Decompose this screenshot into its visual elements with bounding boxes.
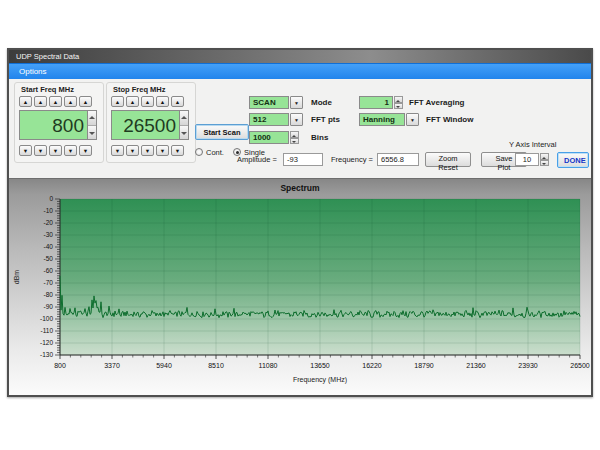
digit-up-button[interactable]: ▲ bbox=[19, 96, 32, 107]
digit-up-button[interactable]: ▲ bbox=[64, 96, 77, 107]
cont-radio[interactable] bbox=[195, 148, 203, 156]
svg-text:0: 0 bbox=[49, 195, 53, 202]
y-axis-interval-spinner bbox=[540, 153, 549, 166]
start-freq-value[interactable]: 800 bbox=[19, 110, 87, 140]
menu-options[interactable]: Options bbox=[19, 67, 47, 76]
fft-pts-label: FFT pts bbox=[311, 115, 340, 124]
zoom-reset-button[interactable]: Zoom Reset bbox=[425, 152, 471, 167]
frequency-label: Frequency = bbox=[331, 155, 373, 164]
spin-down-icon[interactable] bbox=[394, 103, 403, 110]
stop-freq-up-arrow-row: ▲▲▲▲▲ bbox=[111, 96, 184, 107]
fft-window-label: FFT Window bbox=[426, 115, 473, 124]
fft-pts-select-value[interactable]: 512 bbox=[249, 113, 289, 126]
digit-down-button[interactable]: ▼ bbox=[126, 145, 139, 156]
start-freq-down-arrow-row: ▼▼▼▼▼ bbox=[19, 145, 92, 156]
digit-up-button[interactable]: ▲ bbox=[171, 96, 184, 107]
digit-down-button[interactable]: ▼ bbox=[111, 145, 124, 156]
bins-spinner bbox=[290, 131, 299, 144]
svg-text:16220: 16220 bbox=[362, 362, 382, 369]
svg-text:-50: -50 bbox=[44, 255, 54, 262]
digit-down-button[interactable]: ▼ bbox=[156, 145, 169, 156]
svg-text:-90: -90 bbox=[44, 303, 54, 310]
svg-text:18790: 18790 bbox=[414, 362, 434, 369]
spin-down-icon[interactable] bbox=[290, 138, 299, 145]
svg-text:5940: 5940 bbox=[156, 362, 172, 369]
done-button[interactable]: DONE bbox=[557, 152, 589, 168]
stop-freq-group: Stop Freq MHz ▲▲▲▲▲ 26500 ▼▼▼▼▼ bbox=[106, 82, 196, 163]
fft-window-select-value[interactable]: Hanning bbox=[359, 113, 405, 126]
start-freq-label: Start Freq MHz bbox=[21, 85, 74, 94]
stop-freq-label: Stop Freq MHz bbox=[113, 85, 166, 94]
svg-text:11080: 11080 bbox=[259, 362, 278, 369]
spin-down-icon[interactable] bbox=[88, 126, 96, 140]
digit-down-button[interactable]: ▼ bbox=[171, 145, 184, 156]
y-axis-interval-value[interactable]: 10 bbox=[515, 153, 539, 166]
start-freq-up-arrow-row: ▲▲▲▲▲ bbox=[19, 96, 92, 107]
stop-freq-value[interactable]: 26500 bbox=[111, 110, 179, 140]
svg-text:26500: 26500 bbox=[570, 362, 590, 369]
digit-up-button[interactable]: ▲ bbox=[49, 96, 62, 107]
spin-down-icon[interactable] bbox=[540, 160, 549, 167]
amplitude-label: Amplitude = bbox=[237, 155, 277, 164]
svg-text:Frequency (MHz): Frequency (MHz) bbox=[293, 376, 347, 384]
fft-window-dropdown-icon[interactable]: ▼ bbox=[406, 113, 419, 126]
mode-select-value[interactable]: SCAN bbox=[249, 96, 289, 109]
spin-down-icon[interactable] bbox=[180, 126, 188, 140]
start-scan-button[interactable]: Start Scan bbox=[195, 124, 249, 140]
spectrum-plot[interactable]: 0-10-20-30-40-50-60-70-80-90-100-110-120… bbox=[10, 195, 590, 393]
svg-text:-60: -60 bbox=[44, 267, 54, 274]
svg-text:-100: -100 bbox=[40, 315, 53, 322]
fft-pts-dropdown-icon[interactable]: ▼ bbox=[290, 113, 303, 126]
fft-averaging-label: FFT Averaging bbox=[409, 98, 464, 107]
digit-down-button[interactable]: ▼ bbox=[34, 145, 47, 156]
stop-freq-spinner bbox=[179, 110, 189, 140]
digit-down-button[interactable]: ▼ bbox=[64, 145, 77, 156]
svg-text:-110: -110 bbox=[40, 327, 53, 334]
fft-averaging-value[interactable]: 1 bbox=[359, 96, 393, 109]
stop-freq-display[interactable]: 26500 bbox=[111, 110, 189, 140]
digit-down-button[interactable]: ▼ bbox=[141, 145, 154, 156]
spin-up-icon[interactable] bbox=[180, 111, 188, 126]
mode-label: Mode bbox=[311, 98, 332, 107]
start-freq-display[interactable]: 800 bbox=[19, 110, 97, 140]
svg-text:-30: -30 bbox=[44, 231, 54, 238]
window-title: UDP Spectral Data bbox=[16, 52, 79, 61]
digit-down-button[interactable]: ▼ bbox=[19, 145, 32, 156]
spin-up-icon[interactable] bbox=[88, 111, 96, 126]
stop-freq-down-arrow-row: ▼▼▼▼▼ bbox=[111, 145, 184, 156]
bins-label: Bins bbox=[311, 133, 328, 142]
frequency-field[interactable]: 6556.8 bbox=[377, 153, 419, 166]
control-panel: Start Freq MHz ▲▲▲▲▲ 800 ▼▼▼▼▼ Stop Freq… bbox=[9, 79, 591, 178]
cont-radio-label[interactable]: Cont. bbox=[206, 148, 224, 157]
svg-text:800: 800 bbox=[54, 362, 66, 369]
chart-title: Spectrum bbox=[9, 183, 591, 193]
digit-down-button[interactable]: ▼ bbox=[49, 145, 62, 156]
digit-up-button[interactable]: ▲ bbox=[156, 96, 169, 107]
svg-text:21360: 21360 bbox=[466, 362, 486, 369]
digit-up-button[interactable]: ▲ bbox=[141, 96, 154, 107]
svg-text:-10: -10 bbox=[44, 207, 54, 214]
svg-text:-120: -120 bbox=[40, 339, 53, 346]
svg-text:-40: -40 bbox=[44, 243, 54, 250]
bins-value[interactable]: 1000 bbox=[249, 131, 289, 144]
digit-up-button[interactable]: ▲ bbox=[34, 96, 47, 107]
digit-up-button[interactable]: ▲ bbox=[126, 96, 139, 107]
svg-text:13650: 13650 bbox=[310, 362, 330, 369]
svg-text:3370: 3370 bbox=[104, 362, 120, 369]
title-bar[interactable]: UDP Spectral Data bbox=[9, 50, 591, 63]
digit-up-button[interactable]: ▲ bbox=[79, 96, 92, 107]
start-freq-spinner bbox=[87, 110, 97, 140]
fft-averaging-spinner bbox=[394, 96, 403, 109]
svg-text:8510: 8510 bbox=[208, 362, 224, 369]
digit-down-button[interactable]: ▼ bbox=[79, 145, 92, 156]
start-freq-group: Start Freq MHz ▲▲▲▲▲ 800 ▼▼▼▼▼ bbox=[14, 82, 104, 163]
mode-dropdown-icon[interactable]: ▼ bbox=[290, 96, 303, 109]
svg-text:-80: -80 bbox=[44, 291, 54, 298]
y-axis-interval-label: Y Axis Interval bbox=[509, 140, 556, 149]
svg-text:23930: 23930 bbox=[518, 362, 538, 369]
digit-up-button[interactable]: ▲ bbox=[111, 96, 124, 107]
amplitude-field[interactable]: -93 bbox=[283, 153, 323, 166]
menu-bar: Options bbox=[9, 63, 591, 79]
svg-text:-130: -130 bbox=[40, 351, 53, 358]
chart-region: Spectrum 0-10-20-30-40-50-60-70-80-90-10… bbox=[9, 178, 591, 395]
